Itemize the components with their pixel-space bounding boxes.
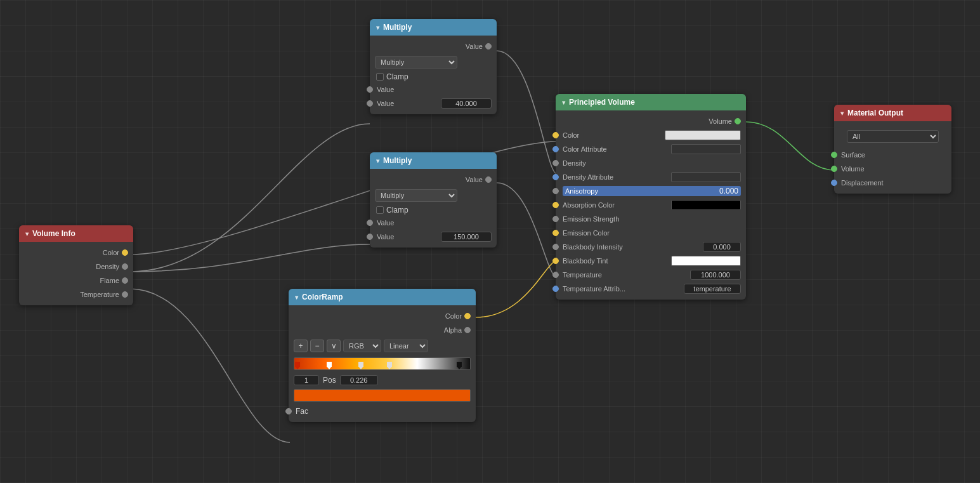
volume-info-header: ▾ Volume Info — [19, 225, 133, 242]
volume-info-flame-row: Flame — [19, 274, 133, 288]
colorramp-interp-select[interactable]: Linear — [384, 340, 428, 352]
colorramp-header: ▾ ColorRamp — [289, 289, 476, 305]
principled-colorattr-socket — [552, 146, 559, 152]
colorramp-stop-2[interactable] — [358, 357, 364, 372]
multiply1-v2-socket — [367, 100, 373, 107]
principled-colorattr-swatch[interactable] — [671, 144, 741, 154]
colorramp-fac-socket — [285, 408, 292, 414]
principled-abscolor-label: Absorption Color — [563, 201, 671, 209]
volume-info-color-socket — [122, 249, 128, 256]
multiply1-value-out-row: Value — [370, 39, 497, 53]
colorramp-remove-btn[interactable]: − — [310, 340, 324, 352]
principled-aniso-highlight[interactable]: Anisotropy 0.000 — [563, 186, 741, 196]
stop-marker-0 — [295, 362, 300, 369]
colorramp-mode-select[interactable]: RGB — [343, 340, 381, 352]
volume-info-flame-label: Flame — [100, 277, 119, 284]
mat-output-arrow: ▾ — [840, 110, 844, 117]
principled-color-swatch[interactable] — [665, 130, 741, 140]
principled-blackintensity-input[interactable] — [703, 242, 741, 252]
mat-output-dropdown-row[interactable]: All — [834, 125, 951, 148]
principled-densityattr-swatch[interactable] — [671, 172, 741, 182]
colorramp-more-btn[interactable]: ∨ — [327, 340, 341, 352]
principled-color-row: Color — [556, 128, 746, 142]
principled-density-row: Density — [556, 156, 746, 170]
principled-temp-row: Temperature — [556, 268, 746, 282]
volume-info-density-socket — [122, 263, 128, 270]
multiply2-title: Multiply — [383, 156, 412, 165]
multiply1-value1-row: Value — [370, 83, 497, 96]
colorramp-gradient[interactable] — [294, 357, 471, 370]
multiply2-op-row[interactable]: Multiply — [370, 187, 497, 204]
multiply2-v2-socket — [367, 234, 373, 240]
multiply2-clamp-label: Clamp — [386, 206, 408, 215]
multiply1-v2-input[interactable] — [441, 98, 492, 109]
principled-color-label: Color — [563, 131, 665, 139]
volume-info-temp-label: Temperature — [80, 291, 119, 298]
principled-volume-out-label: Volume — [709, 117, 732, 125]
multiply2-v2-label: Value — [377, 233, 441, 241]
colorramp-controls: + − ∨ RGB Linear — [289, 337, 476, 355]
multiply2-operation-select[interactable]: Multiply — [375, 189, 457, 202]
principled-body: Volume Color Color Attribute Density Den… — [556, 110, 746, 300]
mat-output-select[interactable]: All — [847, 130, 939, 143]
principled-color-socket — [552, 132, 559, 138]
multiply1-body: Value Multiply Clamp Value Value — [370, 36, 497, 114]
multiply2-v2-input[interactable] — [441, 232, 492, 242]
colorramp-stop-4[interactable] — [456, 357, 462, 372]
multiply2-body: Value Multiply Clamp Value Value — [370, 169, 497, 248]
stop-marker-1 — [327, 362, 332, 369]
colorramp-node: ▾ ColorRamp Color Alpha + − ∨ RGB Linear — [289, 289, 476, 422]
multiply1-clamp-label: Clamp — [386, 72, 408, 81]
colorramp-color-label: Color — [445, 312, 462, 320]
mat-output-surface-label: Surface — [841, 151, 946, 159]
principled-temp-label: Temperature — [563, 271, 690, 279]
stop-marker-4 — [457, 362, 462, 369]
colorramp-stop-1[interactable] — [326, 357, 332, 372]
multiply1-op-row[interactable]: Multiply — [370, 53, 497, 71]
colorramp-color-socket — [464, 313, 471, 319]
colorramp-body: Color Alpha + − ∨ RGB Linear — [289, 305, 476, 422]
principled-emisstr-row: Emission Strength — [556, 212, 746, 226]
volume-info-color-label: Color — [103, 249, 119, 256]
principled-aniso-value: 0.000 — [719, 187, 738, 195]
principled-density-label: Density — [563, 159, 741, 167]
multiply1-node: ▾ Multiply Value Multiply Clamp Value Va… — [370, 19, 497, 114]
multiply1-header: ▾ Multiply — [370, 19, 497, 36]
multiply1-clamp-checkbox[interactable] — [376, 73, 384, 81]
material-output-header: ▾ Material Output — [834, 105, 951, 121]
colorramp-pos-input[interactable] — [340, 375, 378, 385]
colorramp-arrow: ▾ — [295, 294, 298, 301]
multiply2-v1-label: Value — [377, 219, 394, 227]
multiply2-value2-row: Value — [370, 230, 497, 244]
principled-volume-out-socket — [735, 118, 741, 124]
multiply2-v1-socket — [367, 220, 373, 226]
principled-colorattr-label: Color Attribute — [563, 145, 671, 153]
multiply2-arrow: ▾ — [376, 157, 379, 164]
multiply1-operation-select[interactable]: Multiply — [375, 56, 457, 69]
principled-density-socket — [552, 160, 559, 166]
principled-abscolor-swatch[interactable] — [671, 200, 741, 210]
multiply2-value-out-row: Value — [370, 173, 497, 187]
multiply1-value-out-label: Value — [466, 43, 483, 50]
principled-volume-node: ▾ Principled Volume Volume Color Color A… — [556, 94, 746, 300]
principled-temp-input[interactable] — [690, 270, 741, 280]
volume-info-flame-socket — [122, 277, 128, 284]
stop-marker-3 — [387, 362, 392, 369]
colorramp-stop-0[interactable] — [294, 357, 301, 372]
colorramp-add-btn[interactable]: + — [294, 340, 308, 352]
colorramp-stop-3[interactable] — [386, 357, 393, 372]
principled-blacktint-swatch[interactable] — [671, 256, 741, 266]
colorramp-color-preview[interactable] — [294, 389, 471, 402]
principled-blacktint-label: Blackbody Tint — [563, 257, 671, 265]
colorramp-index-input[interactable] — [294, 375, 319, 385]
multiply2-clamp-checkbox[interactable] — [376, 206, 384, 214]
principled-abscolor-socket — [552, 202, 559, 208]
multiply2-node: ▾ Multiply Value Multiply Clamp Value Va… — [370, 152, 497, 248]
principled-tempattr-input[interactable] — [684, 284, 741, 294]
volume-info-arrow: ▾ — [25, 230, 29, 237]
principled-emisstr-socket — [552, 216, 559, 222]
principled-colorattr-row: Color Attribute — [556, 142, 746, 156]
colorramp-color-out-row: Color — [289, 309, 476, 323]
colorramp-alpha-socket — [464, 327, 471, 333]
multiply1-v2-label: Value — [377, 100, 441, 107]
